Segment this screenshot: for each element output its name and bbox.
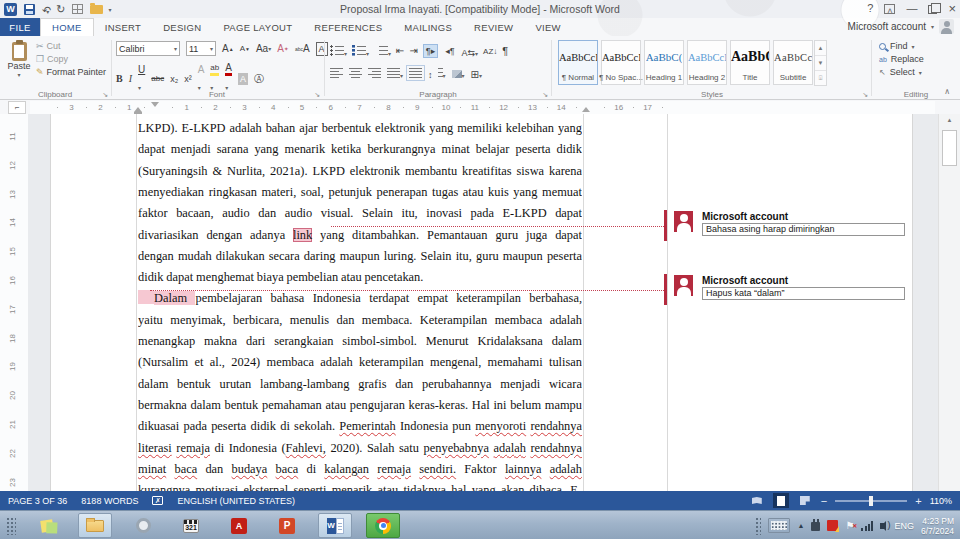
ribbon-display-options-icon[interactable]: ˄ xyxy=(884,4,895,14)
text-line[interactable]: menangkap makna dari serangkaian simbol-… xyxy=(138,331,582,352)
show-desktop-icon[interactable] xyxy=(6,517,16,535)
save-icon[interactable] xyxy=(24,4,35,15)
align-left-icon[interactable] xyxy=(330,68,343,78)
superscript-button[interactable]: x² xyxy=(184,73,192,85)
style-title[interactable]: AaBbCTitle xyxy=(730,40,770,85)
show-hidden-icons[interactable]: ▲ xyxy=(797,522,804,529)
qat-more-dropdown[interactable]: ▾ xyxy=(108,6,111,13)
zoom-in-button[interactable]: + xyxy=(915,495,921,507)
find-button[interactable]: Find▾ xyxy=(879,41,924,51)
zoom-level[interactable]: 110% xyxy=(930,496,952,506)
clear-formatting-button[interactable]: A✦ xyxy=(277,43,289,55)
taskbar-file-explorer[interactable] xyxy=(78,513,112,538)
clipboard-dialog-launcher[interactable]: ↘ xyxy=(102,91,108,99)
text-line[interactable]: dikuasai pada peserta didik di sekolah. … xyxy=(138,416,582,437)
help-button[interactable]: ? xyxy=(867,2,873,15)
power-icon[interactable] xyxy=(811,522,820,531)
show-paragraph-marks-button[interactable]: ¶ xyxy=(502,45,508,57)
right-indent-marker[interactable] xyxy=(582,107,590,112)
text-line[interactable]: didik dapat menghemat biaya pembelian at… xyxy=(138,267,582,288)
text-line[interactable]: (Suryaningsih & Nurlita, 2021a). LKPD el… xyxy=(138,161,582,182)
restore-button[interactable] xyxy=(928,5,937,14)
read-mode-button[interactable] xyxy=(749,493,765,508)
network-icon[interactable] xyxy=(861,521,873,531)
scrollbar-thumb[interactable] xyxy=(942,130,957,166)
paragraph-dialog-launcher[interactable]: ↘ xyxy=(542,91,548,99)
style--normal[interactable]: AaBbCcDc¶ Normal xyxy=(558,40,598,85)
text-line[interactable]: bermakna dalam bentuk pemahaman atau pen… xyxy=(138,395,582,416)
text-line[interactable]: minat baca dan budaya baca di kalangan r… xyxy=(138,459,582,480)
taskbar-media-player-classic[interactable]: 321 xyxy=(174,513,208,538)
zoom-slider[interactable] xyxy=(835,500,907,502)
italic-button[interactable]: I xyxy=(129,73,132,85)
collapse-ribbon-icon[interactable]: ∧ xyxy=(944,87,950,96)
line-spacing-button[interactable]: ↕▾ xyxy=(428,64,446,82)
clock[interactable]: 4:23 PM 6/7/2024 xyxy=(921,516,954,536)
close-button[interactable]: × xyxy=(948,2,956,15)
paste-dropdown-arrow[interactable]: ▾ xyxy=(17,71,20,78)
taskbar-media-player[interactable] xyxy=(126,513,160,538)
phonetic-guide-button[interactable]: abcA xyxy=(295,43,310,55)
numbered-list-button[interactable]: ▾ xyxy=(352,42,369,60)
tab-design[interactable]: DESIGN xyxy=(152,18,212,36)
comment-text[interactable]: Bahasa asing harap dimiringkan xyxy=(702,223,905,236)
comment-text[interactable]: Hapus kata “dalam” xyxy=(702,287,905,300)
customize-grid-icon[interactable] xyxy=(72,4,83,14)
page-indicator[interactable]: PAGE 3 OF 36 xyxy=(8,496,67,506)
tab-page-layout[interactable]: PAGE LAYOUT xyxy=(212,18,303,36)
horizontal-ruler[interactable]: 32112345678910111213141617 xyxy=(30,101,935,114)
style-heading-2[interactable]: AaBbCcDHeading 2 xyxy=(687,40,727,85)
align-right-icon[interactable] xyxy=(368,68,381,78)
text-line[interactable]: faktor bacaan, audio dan audio visual. S… xyxy=(138,203,582,224)
text-line[interactable]: LKPD). E-LKPD adalah bahan ajar berbentu… xyxy=(138,118,582,139)
left-to-right-button[interactable]: ¶▸ xyxy=(423,44,438,58)
styles-dialog-launcher[interactable]: ↘ xyxy=(862,91,868,99)
tab-references[interactable]: REFERENCES xyxy=(303,18,393,36)
text-line[interactable]: dalam bentuk urutan lambang-lambang graf… xyxy=(138,374,582,395)
increase-indent-icon[interactable]: ⇥ xyxy=(409,45,417,57)
language-indicator[interactable]: ENGLISH (UNITED STATES) xyxy=(177,496,295,506)
subscript-button[interactable]: x₂ xyxy=(170,73,178,85)
tab-insert[interactable]: INSERT xyxy=(94,18,152,36)
tab-file[interactable]: FILE xyxy=(0,18,40,36)
borders-button[interactable]: ⊞▾ xyxy=(471,64,482,82)
style--no-spac-[interactable]: AaBbCcDc¶ No Spac... xyxy=(601,40,641,85)
web-layout-button[interactable] xyxy=(797,493,813,508)
taskbar-sticky-notes[interactable] xyxy=(30,513,64,538)
vertical-scrollbar[interactable]: ▲ xyxy=(938,114,960,491)
decrease-indent-icon[interactable]: ⇤ xyxy=(396,45,404,57)
asian-layout-button[interactable]: A⇆▾ xyxy=(462,42,479,60)
character-shading-button[interactable]: A xyxy=(238,73,248,85)
proofing-errors-icon[interactable]: ✗ xyxy=(152,496,163,505)
first-line-indent-marker[interactable] xyxy=(151,102,159,107)
replace-button[interactable]: abReplace xyxy=(879,54,924,64)
text-effects-button[interactable]: A▾ xyxy=(198,64,205,94)
justify-button[interactable]: ▾ xyxy=(387,64,403,82)
scroll-up-icon[interactable]: ▲ xyxy=(939,114,960,127)
underline-button[interactable]: U▾ xyxy=(138,64,145,94)
input-language[interactable]: ENG xyxy=(894,521,914,531)
bullet-list-button[interactable]: ▾ xyxy=(330,42,347,60)
grow-font-button[interactable]: A▲ xyxy=(222,43,234,55)
gallery-up-icon[interactable]: ▲ xyxy=(815,41,826,56)
tab-selector[interactable]: ⌐ xyxy=(8,101,26,114)
align-center-icon[interactable] xyxy=(349,68,362,78)
paste-button[interactable]: Paste ▾ xyxy=(4,40,34,94)
action-center-flag-icon[interactable]: ⚑ xyxy=(845,520,854,531)
shading-button[interactable]: ▾ xyxy=(452,64,465,82)
right-to-left-button[interactable]: ◂¶ xyxy=(443,45,456,57)
text-line[interactable]: divariasikan dengan adanya link yang dit… xyxy=(138,225,582,246)
print-layout-button[interactable] xyxy=(773,493,789,508)
distribute-button[interactable] xyxy=(409,68,422,78)
shrink-font-button[interactable]: A▼ xyxy=(240,43,250,55)
text-line[interactable]: dengan mudah dilakukan secara daring mau… xyxy=(138,246,582,267)
font-size-combo[interactable]: 11▾ xyxy=(186,41,216,56)
minimize-button[interactable]: — xyxy=(906,2,917,15)
zoom-out-button[interactable]: − xyxy=(821,495,827,507)
tray-grip[interactable] xyxy=(755,517,761,535)
open-folder-icon[interactable] xyxy=(90,5,103,14)
multilevel-list-button[interactable]: ▾ xyxy=(374,42,391,60)
style-subtitle[interactable]: AaBbCcDSubtitle xyxy=(773,40,813,85)
vertical-ruler[interactable]: 11121314151617181920212223 xyxy=(0,114,28,491)
taskbar-word[interactable]: W xyxy=(318,513,352,538)
